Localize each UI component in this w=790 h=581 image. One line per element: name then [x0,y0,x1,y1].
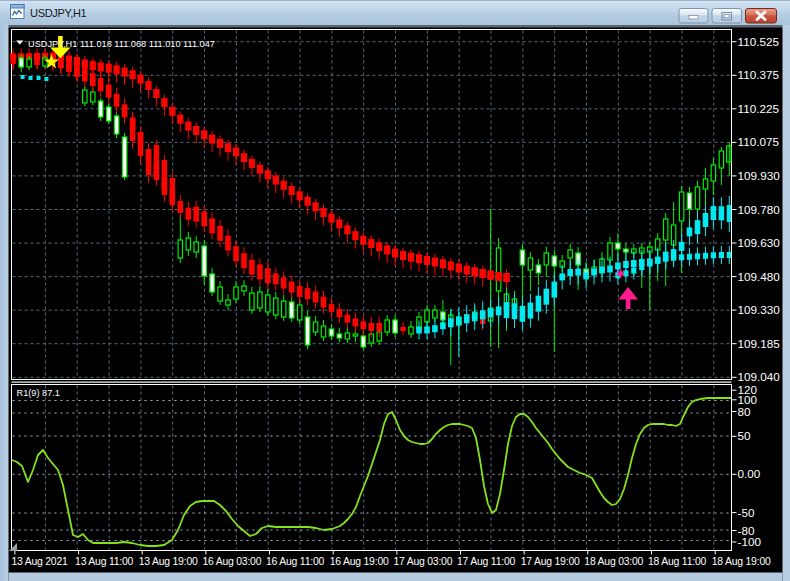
svg-text:109.930: 109.930 [738,169,781,182]
svg-text:110.075: 110.075 [738,135,780,148]
svg-text:109.480: 109.480 [738,270,781,283]
svg-text:109.330: 109.330 [738,303,781,316]
svg-text:13 Aug 11:00: 13 Aug 11:00 [75,556,133,567]
svg-text:USDJPY,H1 111.018 111.068 111.: USDJPY,H1 111.018 111.068 111.010 111.04… [28,39,215,49]
svg-text:16 Aug 03:00: 16 Aug 03:00 [202,556,261,567]
svg-text:16 Aug 11:00: 16 Aug 11:00 [266,556,324,567]
svg-text:16 Aug 19:00: 16 Aug 19:00 [330,556,389,567]
svg-text:110.225: 110.225 [738,102,780,115]
svg-text:109.780: 109.780 [738,203,781,216]
svg-text:0.00: 0.00 [738,467,761,480]
svg-text:-50: -50 [738,506,755,519]
svg-text:18 Aug 03:00: 18 Aug 03:00 [584,556,643,567]
svg-text:13 Aug 19:00: 13 Aug 19:00 [139,556,198,567]
svg-text:R1(9) 87.1: R1(9) 87.1 [17,388,60,398]
svg-text:110.375: 110.375 [738,68,780,81]
svg-text:USDJPY,H1: USDJPY,H1 [30,7,87,19]
svg-text:17 Aug 11:00: 17 Aug 11:00 [457,556,515,567]
svg-text:17 Aug 03:00: 17 Aug 03:00 [393,556,452,567]
svg-text:109.040: 109.040 [738,370,781,383]
svg-text:18 Aug 19:00: 18 Aug 19:00 [712,556,771,567]
svg-text:109.630: 109.630 [738,236,781,249]
svg-text:13 Aug 2021: 13 Aug 2021 [11,556,68,567]
svg-text:17 Aug 19:00: 17 Aug 19:00 [521,556,580,567]
svg-text:110.525: 110.525 [738,35,780,48]
svg-text:-100: -100 [738,535,762,548]
svg-text:109.185: 109.185 [738,337,781,350]
svg-text:18 Aug 11:00: 18 Aug 11:00 [648,556,706,567]
svg-text:80: 80 [738,405,752,418]
svg-text:50: 50 [738,429,752,442]
